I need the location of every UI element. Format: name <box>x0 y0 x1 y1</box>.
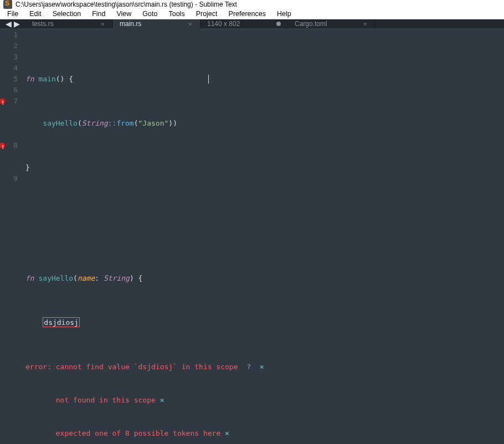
line-number: 3 <box>0 51 18 63</box>
menu-find[interactable]: Find <box>87 9 110 19</box>
nav-back-icon[interactable]: ◀ <box>6 19 12 28</box>
line-number <box>0 162 18 173</box>
code-line: fn sayHello(name: String) { <box>25 273 504 284</box>
dismiss-error-icon[interactable]: × <box>160 396 164 404</box>
error-token-box: dsjdiosj <box>43 317 80 327</box>
window-title: C:\Users\jasew\workspace\testing\jason\s… <box>16 1 237 8</box>
inline-error: not found in this scope × <box>25 395 504 406</box>
tab-history-nav: ◀ ▶ <box>0 19 25 28</box>
menu-help[interactable]: Help <box>272 9 296 19</box>
inline-error: error: cannot find value `dsjdiosj` in t… <box>25 362 504 373</box>
line-number: 9 <box>0 173 18 184</box>
line-number: 7 <box>0 96 18 107</box>
nav-forward-icon[interactable]: ▶ <box>14 19 20 28</box>
inline-error: expected one of 8 possible tokens here × <box>25 428 504 439</box>
menu-file[interactable]: File <box>2 9 23 19</box>
menu-tools[interactable]: Tools <box>163 9 189 19</box>
dismiss-error-icon[interactable]: × <box>260 363 264 371</box>
menu-preferences[interactable]: Preferences <box>224 9 271 19</box>
dismiss-error-icon[interactable]: × <box>225 429 229 437</box>
line-number: 8 <box>0 140 18 151</box>
menu-goto[interactable]: Goto <box>137 9 162 19</box>
tab-row: ◀ ▶ tests.rs × main.rs × 1140 x 802 Carg… <box>0 19 504 28</box>
menu-bar: File Edit Selection Find View Goto Tools… <box>0 9 504 19</box>
tab-tests-rs[interactable]: tests.rs × <box>25 19 113 28</box>
menu-edit[interactable]: Edit <box>24 9 47 19</box>
line-number <box>0 151 18 162</box>
close-icon[interactable]: × <box>362 20 368 28</box>
code-line: sayHello(String::from("Jason")) <box>25 118 504 129</box>
menu-project[interactable]: Project <box>191 9 223 19</box>
tab-main-rs[interactable]: main.rs × <box>113 19 200 28</box>
tab-cargo-toml[interactable]: Cargo.toml × <box>288 19 376 28</box>
code-line: } <box>25 162 504 173</box>
tab-1140x802[interactable]: 1140 x 802 <box>200 19 288 28</box>
editor-area[interactable]: 1 2 3 4 5 6 7 8 9 fn main() { sayHello(S… <box>0 28 504 444</box>
title-bar: C:\Users\jasew\workspace\testing\jason\s… <box>0 0 504 9</box>
tab-label: tests.rs <box>32 20 54 28</box>
line-number: 4 <box>0 63 18 74</box>
menu-selection[interactable]: Selection <box>48 9 86 19</box>
menu-view[interactable]: View <box>111 9 136 19</box>
tab-label: Cargo.toml <box>295 20 327 28</box>
app-logo-icon <box>3 0 12 9</box>
line-number <box>0 107 18 118</box>
error-marker-icon[interactable] <box>0 142 6 149</box>
line-number: 1 <box>0 29 18 40</box>
code-line <box>25 195 504 206</box>
text-caret-icon <box>208 75 209 84</box>
line-number-gutter: 1 2 3 4 5 6 7 8 9 <box>0 28 22 444</box>
close-icon[interactable]: × <box>99 20 106 28</box>
line-number <box>0 129 18 140</box>
tab-label: 1140 x 802 <box>207 20 240 28</box>
close-icon[interactable]: × <box>187 20 193 28</box>
line-number: 2 <box>0 40 18 51</box>
code-line <box>25 229 504 240</box>
line-number <box>0 118 18 129</box>
error-marker-icon[interactable] <box>0 98 6 105</box>
code-content[interactable]: fn main() { sayHello(String::from("Jason… <box>22 28 504 444</box>
line-number: 5 <box>0 74 18 85</box>
code-line: fn main() { <box>25 74 504 85</box>
tab-label: main.rs <box>120 20 141 28</box>
line-number: 6 <box>0 85 18 96</box>
code-line: dsjdiosj <box>25 317 504 328</box>
dirty-indicator-icon <box>276 22 281 26</box>
